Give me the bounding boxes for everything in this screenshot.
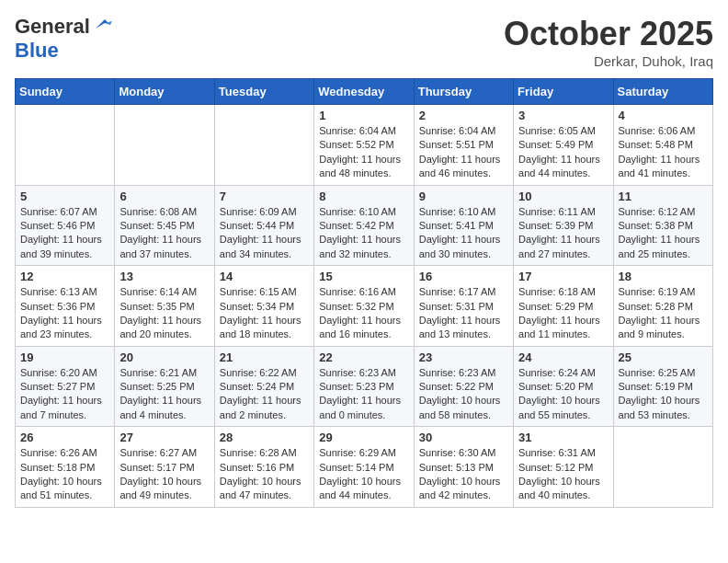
day-info: Sunrise: 6:25 AM Sunset: 5:19 PM Dayligh… bbox=[619, 366, 708, 423]
calendar-cell: 7Sunrise: 6:09 AM Sunset: 5:44 PM Daylig… bbox=[214, 185, 313, 266]
calendar-cell bbox=[613, 427, 712, 508]
day-number: 18 bbox=[619, 270, 708, 283]
day-number: 26 bbox=[20, 431, 109, 444]
calendar-cell: 18Sunrise: 6:19 AM Sunset: 5:28 PM Dayli… bbox=[613, 266, 712, 347]
day-number: 23 bbox=[419, 350, 508, 364]
calendar-cell: 26Sunrise: 6:26 AM Sunset: 5:18 PM Dayli… bbox=[16, 427, 115, 508]
calendar-week-row: 12Sunrise: 6:13 AM Sunset: 5:36 PM Dayli… bbox=[16, 266, 713, 347]
day-info: Sunrise: 6:18 AM Sunset: 5:29 PM Dayligh… bbox=[518, 285, 608, 342]
weekday-header: Saturday bbox=[613, 79, 712, 105]
calendar-cell: 3Sunrise: 6:05 AM Sunset: 5:49 PM Daylig… bbox=[514, 105, 613, 186]
calendar-cell bbox=[16, 105, 115, 186]
day-number: 20 bbox=[119, 350, 209, 364]
calendar-cell: 21Sunrise: 6:22 AM Sunset: 5:24 PM Dayli… bbox=[214, 346, 313, 427]
day-number: 2 bbox=[419, 109, 508, 122]
day-number: 5 bbox=[20, 190, 109, 203]
calendar-cell: 2Sunrise: 6:04 AM Sunset: 5:51 PM Daylig… bbox=[414, 105, 513, 186]
calendar-header-row: SundayMondayTuesdayWednesdayThursdayFrid… bbox=[16, 79, 713, 105]
calendar-cell bbox=[115, 105, 214, 186]
calendar-cell: 4Sunrise: 6:06 AM Sunset: 5:48 PM Daylig… bbox=[613, 105, 712, 186]
day-info: Sunrise: 6:17 AM Sunset: 5:31 PM Dayligh… bbox=[419, 285, 508, 342]
day-number: 25 bbox=[619, 350, 708, 364]
day-info: Sunrise: 6:04 AM Sunset: 5:51 PM Dayligh… bbox=[419, 124, 508, 181]
day-info: Sunrise: 6:09 AM Sunset: 5:44 PM Dayligh… bbox=[220, 205, 309, 262]
day-info: Sunrise: 6:23 AM Sunset: 5:23 PM Dayligh… bbox=[319, 366, 408, 423]
calendar-week-row: 1Sunrise: 6:04 AM Sunset: 5:52 PM Daylig… bbox=[16, 105, 713, 186]
day-number: 1 bbox=[319, 109, 408, 122]
day-info: Sunrise: 6:31 AM Sunset: 5:12 PM Dayligh… bbox=[518, 446, 608, 503]
calendar-cell: 28Sunrise: 6:28 AM Sunset: 5:16 PM Dayli… bbox=[214, 427, 313, 508]
calendar-cell: 19Sunrise: 6:20 AM Sunset: 5:27 PM Dayli… bbox=[16, 346, 115, 427]
day-info: Sunrise: 6:28 AM Sunset: 5:16 PM Dayligh… bbox=[220, 446, 309, 503]
day-info: Sunrise: 6:05 AM Sunset: 5:49 PM Dayligh… bbox=[518, 124, 608, 181]
calendar-cell: 11Sunrise: 6:12 AM Sunset: 5:38 PM Dayli… bbox=[613, 185, 712, 266]
month-title: October 2025 bbox=[504, 15, 713, 53]
calendar-cell: 23Sunrise: 6:23 AM Sunset: 5:22 PM Dayli… bbox=[414, 346, 513, 427]
weekday-header: Tuesday bbox=[214, 79, 313, 105]
day-info: Sunrise: 6:30 AM Sunset: 5:13 PM Dayligh… bbox=[419, 446, 508, 503]
calendar-cell bbox=[214, 105, 313, 186]
calendar-cell: 25Sunrise: 6:25 AM Sunset: 5:19 PM Dayli… bbox=[613, 346, 712, 427]
logo-blue-text: Blue bbox=[15, 39, 59, 62]
day-info: Sunrise: 6:21 AM Sunset: 5:25 PM Dayligh… bbox=[119, 366, 209, 423]
weekday-header: Monday bbox=[115, 79, 214, 105]
day-number: 14 bbox=[220, 270, 309, 283]
day-number: 16 bbox=[419, 270, 508, 283]
day-info: Sunrise: 6:04 AM Sunset: 5:52 PM Dayligh… bbox=[319, 124, 408, 181]
day-info: Sunrise: 6:07 AM Sunset: 5:46 PM Dayligh… bbox=[20, 205, 109, 262]
calendar-cell: 31Sunrise: 6:31 AM Sunset: 5:12 PM Dayli… bbox=[514, 427, 613, 508]
page-header: General Blue October 2025 Derkar, Duhok,… bbox=[15, 15, 713, 69]
day-info: Sunrise: 6:12 AM Sunset: 5:38 PM Dayligh… bbox=[619, 205, 708, 262]
calendar-cell: 16Sunrise: 6:17 AM Sunset: 5:31 PM Dayli… bbox=[414, 266, 513, 347]
day-number: 7 bbox=[220, 190, 309, 203]
day-number: 8 bbox=[319, 190, 408, 203]
calendar-cell: 29Sunrise: 6:29 AM Sunset: 5:14 PM Dayli… bbox=[314, 427, 414, 508]
day-number: 12 bbox=[20, 270, 109, 283]
calendar-cell: 5Sunrise: 6:07 AM Sunset: 5:46 PM Daylig… bbox=[16, 185, 115, 266]
day-info: Sunrise: 6:14 AM Sunset: 5:35 PM Dayligh… bbox=[119, 285, 209, 342]
calendar-cell: 27Sunrise: 6:27 AM Sunset: 5:17 PM Dayli… bbox=[115, 427, 214, 508]
day-number: 15 bbox=[319, 270, 408, 283]
day-info: Sunrise: 6:23 AM Sunset: 5:22 PM Dayligh… bbox=[419, 366, 508, 423]
day-number: 30 bbox=[419, 431, 508, 444]
day-info: Sunrise: 6:29 AM Sunset: 5:14 PM Dayligh… bbox=[319, 446, 408, 503]
day-number: 31 bbox=[518, 431, 608, 444]
weekday-header: Friday bbox=[514, 79, 613, 105]
day-number: 11 bbox=[619, 190, 708, 203]
calendar-cell: 17Sunrise: 6:18 AM Sunset: 5:29 PM Dayli… bbox=[514, 266, 613, 347]
calendar-week-row: 5Sunrise: 6:07 AM Sunset: 5:46 PM Daylig… bbox=[16, 185, 713, 266]
calendar-cell: 22Sunrise: 6:23 AM Sunset: 5:23 PM Dayli… bbox=[314, 346, 414, 427]
day-number: 24 bbox=[518, 350, 608, 364]
day-number: 27 bbox=[119, 431, 209, 444]
calendar-cell: 10Sunrise: 6:11 AM Sunset: 5:39 PM Dayli… bbox=[514, 185, 613, 266]
calendar-cell: 20Sunrise: 6:21 AM Sunset: 5:25 PM Dayli… bbox=[115, 346, 214, 427]
calendar-cell: 14Sunrise: 6:15 AM Sunset: 5:34 PM Dayli… bbox=[214, 266, 313, 347]
day-info: Sunrise: 6:10 AM Sunset: 5:42 PM Dayligh… bbox=[319, 205, 408, 262]
day-number: 9 bbox=[419, 190, 508, 203]
calendar-cell: 12Sunrise: 6:13 AM Sunset: 5:36 PM Dayli… bbox=[16, 266, 115, 347]
day-info: Sunrise: 6:24 AM Sunset: 5:20 PM Dayligh… bbox=[518, 366, 608, 423]
day-number: 10 bbox=[518, 190, 608, 203]
calendar-cell: 6Sunrise: 6:08 AM Sunset: 5:45 PM Daylig… bbox=[115, 185, 214, 266]
weekday-header: Sunday bbox=[16, 79, 115, 105]
weekday-header: Thursday bbox=[414, 79, 513, 105]
day-number: 19 bbox=[20, 350, 109, 364]
day-number: 4 bbox=[619, 109, 708, 122]
day-number: 28 bbox=[220, 431, 309, 444]
day-info: Sunrise: 6:10 AM Sunset: 5:41 PM Dayligh… bbox=[419, 205, 508, 262]
day-info: Sunrise: 6:22 AM Sunset: 5:24 PM Dayligh… bbox=[220, 366, 309, 423]
logo-bird-icon bbox=[92, 17, 112, 32]
day-info: Sunrise: 6:13 AM Sunset: 5:36 PM Dayligh… bbox=[20, 285, 109, 342]
day-info: Sunrise: 6:19 AM Sunset: 5:28 PM Dayligh… bbox=[619, 285, 708, 342]
title-block: October 2025 Derkar, Duhok, Iraq bbox=[504, 15, 713, 69]
day-number: 13 bbox=[119, 270, 209, 283]
location: Derkar, Duhok, Iraq bbox=[504, 53, 713, 69]
day-number: 22 bbox=[319, 350, 408, 364]
day-info: Sunrise: 6:08 AM Sunset: 5:45 PM Dayligh… bbox=[119, 205, 209, 262]
day-number: 29 bbox=[319, 431, 408, 444]
weekday-header: Wednesday bbox=[314, 79, 414, 105]
calendar-cell: 24Sunrise: 6:24 AM Sunset: 5:20 PM Dayli… bbox=[514, 346, 613, 427]
day-info: Sunrise: 6:15 AM Sunset: 5:34 PM Dayligh… bbox=[220, 285, 309, 342]
day-number: 21 bbox=[220, 350, 309, 364]
day-info: Sunrise: 6:16 AM Sunset: 5:32 PM Dayligh… bbox=[319, 285, 408, 342]
